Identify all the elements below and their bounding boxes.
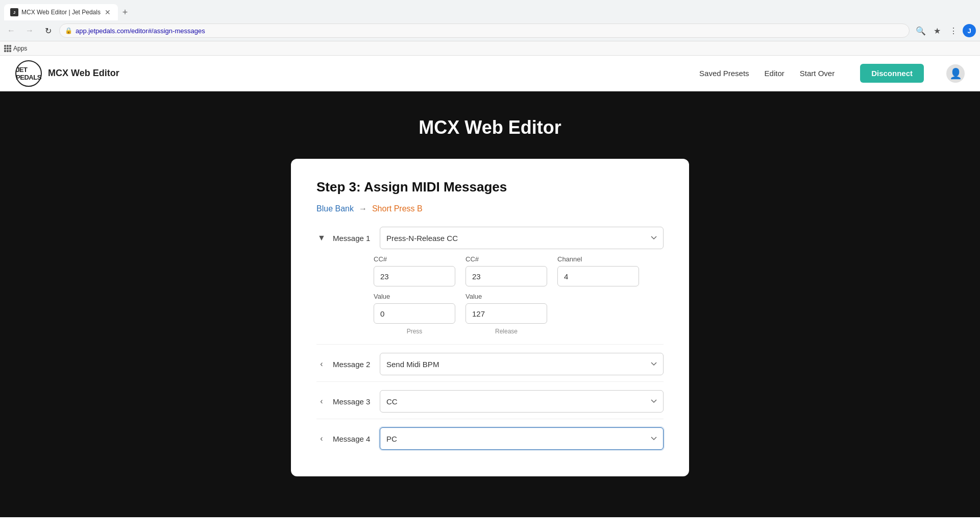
cc2-label: CC# [465, 255, 547, 263]
apps-label[interactable]: Apps [13, 45, 27, 52]
start-over-link[interactable]: Start Over [800, 69, 835, 78]
message-2-select[interactable]: Send Midi BPM [380, 353, 664, 375]
user-avatar[interactable]: 👤 [946, 64, 965, 83]
channel-input[interactable] [557, 266, 639, 286]
divider-1 [316, 344, 664, 345]
hero-banner: MCX Web Editor [0, 91, 980, 164]
editor-link[interactable]: Editor [765, 69, 785, 78]
cc2-group: CC# [465, 255, 547, 286]
message-4-row: ‹ Message 4 PC [316, 427, 664, 450]
tab-title: MCX Web Editor | Jet Pedals [21, 9, 101, 16]
cc1-label: CC# [374, 255, 455, 263]
value1-group: Value Press [374, 293, 455, 335]
app-title: MCX Web Editor [48, 68, 119, 79]
hero-title: MCX Web Editor [0, 117, 980, 138]
message-2-label: Message 2 [333, 360, 374, 369]
value1-input[interactable] [374, 303, 455, 324]
active-tab[interactable]: J MCX Web Editor | Jet Pedals ✕ [4, 4, 118, 20]
value2-label: Value [465, 293, 547, 300]
disconnect-button[interactable]: Disconnect [860, 64, 924, 83]
message-1-select[interactable]: Press-N-Release CC [380, 227, 664, 249]
logo-icon: JETPEDALS [15, 60, 42, 87]
logo-text: JETPEDALS [16, 66, 41, 81]
message-1-label: Message 1 [333, 234, 374, 243]
menu-button[interactable]: ⋮ [946, 23, 961, 38]
lock-icon: 🔒 [65, 27, 72, 34]
message-2-toggle[interactable]: ‹ [316, 359, 327, 369]
browser-actions: 🔍 ★ ⋮ J [914, 23, 976, 38]
message-2-row: ‹ Message 2 Send Midi BPM [316, 353, 664, 375]
message-4-label: Message 4 [333, 435, 374, 443]
new-tab-button[interactable]: + [118, 5, 132, 19]
channel-label: Channel [557, 255, 639, 263]
value2-group: Value Release [465, 293, 547, 335]
divider-2 [316, 381, 664, 382]
zoom-button[interactable]: 🔍 [914, 23, 928, 38]
message-1-bottom-fields: Value Press Value Release [374, 293, 664, 335]
value1-label: Value [374, 293, 455, 300]
address-bar[interactable]: 🔒 app.jetpedals.com/editor#/assign-messa… [59, 23, 910, 38]
nav-links: Saved Presets Editor Start Over Disconne… [699, 64, 965, 83]
message-3-toggle[interactable]: ‹ [316, 397, 327, 406]
breadcrumb-bank-link[interactable]: Blue Bank [316, 204, 354, 213]
message-1-row: ▼ Message 1 Press-N-Release CC [316, 227, 664, 249]
apps-grid-icon[interactable] [4, 45, 11, 52]
message-4-toggle[interactable]: ‹ [316, 434, 327, 443]
tab-bar: J MCX Web Editor | Jet Pedals ✕ + [0, 0, 980, 20]
cc2-input[interactable] [465, 266, 547, 286]
step-title: Step 3: Assign MIDI Messages [316, 179, 664, 195]
message-1-toggle[interactable]: ▼ [316, 233, 327, 243]
breadcrumb: Blue Bank → Short Press B [316, 204, 664, 213]
forward-button[interactable]: → [22, 23, 37, 38]
tab-close-button[interactable]: ✕ [104, 8, 112, 16]
breadcrumb-arrow: → [359, 204, 367, 213]
address-bar-row: ← → ↻ 🔒 app.jetpedals.com/editor#/assign… [0, 20, 980, 41]
message-3-row: ‹ Message 3 CC [316, 390, 664, 413]
divider-3 [316, 419, 664, 419]
bookmark-button[interactable]: ★ [930, 23, 944, 38]
navbar: JETPEDALS MCX Web Editor Saved Presets E… [0, 56, 980, 91]
reload-button[interactable]: ↻ [41, 23, 55, 38]
value2-input[interactable] [465, 303, 547, 324]
card: Step 3: Assign MIDI Messages Blue Bank →… [291, 159, 689, 476]
message-3-label: Message 3 [333, 397, 374, 406]
page: JETPEDALS MCX Web Editor Saved Presets E… [0, 56, 980, 517]
channel-group: Channel [557, 255, 639, 286]
address-text: app.jetpedals.com/editor#/assign-message… [76, 27, 904, 35]
browser-chrome: J MCX Web Editor | Jet Pedals ✕ + ← → ↻ … [0, 0, 980, 41]
tab-favicon: J [10, 8, 18, 16]
profile-button[interactable]: J [963, 24, 976, 37]
saved-presets-link[interactable]: Saved Presets [699, 69, 749, 78]
back-button[interactable]: ← [4, 23, 18, 38]
message-1-top-fields: CC# CC# Channel [374, 255, 664, 286]
cc1-group: CC# [374, 255, 455, 286]
main-content: Step 3: Assign MIDI Messages Blue Bank →… [0, 164, 980, 517]
value2-sublabel: Release [465, 328, 547, 335]
breadcrumb-current[interactable]: Short Press B [372, 204, 423, 213]
message-4-select[interactable]: PC [380, 427, 664, 450]
message-1-fields: CC# CC# Channel Value [374, 255, 664, 335]
apps-bar: Apps [0, 41, 980, 56]
cc1-input[interactable] [374, 266, 455, 286]
value1-sublabel: Press [374, 328, 455, 335]
logo-area: JETPEDALS MCX Web Editor [15, 60, 119, 87]
message-3-select[interactable]: CC [380, 390, 664, 413]
